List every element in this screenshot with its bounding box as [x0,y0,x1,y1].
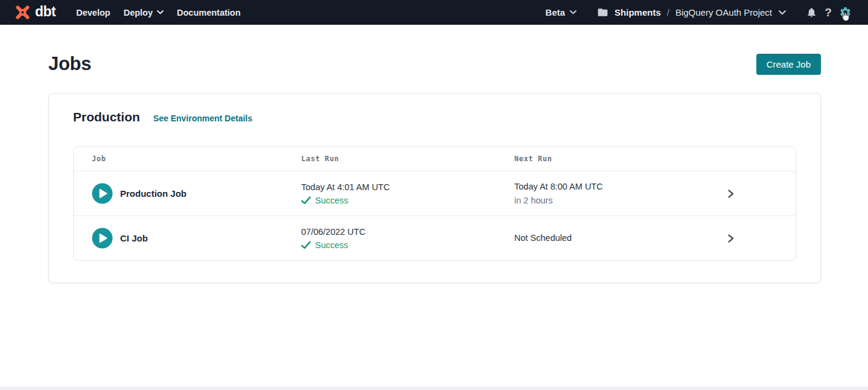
check-icon [301,196,311,205]
environment-card-header: Production See Environment Details [73,110,796,124]
breadcrumb-project[interactable]: Shipments [614,7,661,18]
status-text: Success [315,240,348,250]
next-run-time: Today At 8:00 AM UTC [514,181,683,192]
next-run-note: in 2 hours [514,195,683,206]
dbt-logo-text: dbt [35,5,56,21]
nav-link-documentation[interactable]: Documentation [177,8,241,18]
next-run-cell: Not Scheduled [514,232,683,243]
job-name: CI Job [120,233,148,243]
chevron-right-icon [726,234,735,243]
jobs-table-header: Job Last Run Next Run [74,147,796,171]
last-run-time: 07/06/2022 UTC [301,226,514,237]
nav-link-deploy-label: Deploy [124,8,153,18]
check-icon [301,241,311,249]
beta-label: Beta [546,7,566,18]
job-name: Production Job [120,188,187,199]
notifications-button[interactable] [803,7,820,18]
breadcrumb[interactable]: Shipments / BigQuery OAuth Project [597,7,786,18]
job-cell: CI Job [92,228,301,249]
next-run-cell: Today At 8:00 AM UTC in 2 hours [514,181,683,205]
page-header: Jobs Create Job [48,53,821,75]
see-environment-details-link[interactable]: See Environment Details [153,113,252,123]
settings-button[interactable] [837,6,854,19]
jobs-table: Job Last Run Next Run Production Job Tod… [73,146,796,261]
job-cell: Production Job [92,183,301,204]
chevron-down-icon [157,10,164,14]
chevron-down-icon [570,10,576,14]
dbt-logo[interactable]: dbt [14,4,56,21]
last-run-cell: Today At 4:01 AM UTC Success [301,182,514,205]
last-run-time: Today At 4:01 AM UTC [301,182,514,193]
create-job-button[interactable]: Create Job [756,54,821,75]
environment-name: Production [73,110,140,124]
nav-link-documentation-label: Documentation [177,8,241,18]
bell-icon [806,7,817,18]
play-icon[interactable] [92,228,113,249]
page-title: Jobs [48,53,91,75]
chevron-down-icon [779,10,786,15]
nav-link-deploy[interactable]: Deploy [124,8,164,18]
row-chevron[interactable] [726,234,735,243]
play-icon[interactable] [92,183,113,204]
column-header-next-run: Next Run [514,155,683,163]
dbt-logo-icon [14,4,31,21]
nav-link-develop[interactable]: Develop [76,8,110,18]
breadcrumb-separator: / [667,7,669,18]
help-button[interactable]: ? [820,6,837,19]
nav-link-develop-label: Develop [76,8,110,18]
table-row-production-job[interactable]: Production Job Today At 4:01 AM UTC Succ… [74,171,796,216]
top-navbar: dbt Develop Deploy Documentation Beta [0,0,868,25]
column-header-last-run: Last Run [301,155,514,163]
navbar-right: Beta Shipments / BigQuery OAuth Project … [546,6,854,19]
gear-icon [839,6,852,19]
last-run-status: Success [301,196,514,205]
chevron-right-icon [726,189,735,199]
breadcrumb-environment[interactable]: BigQuery OAuth Project [675,7,772,18]
nav-links: Develop Deploy Documentation [76,8,240,18]
help-icon: ? [825,6,832,19]
column-header-job: Job [92,155,301,163]
last-run-cell: 07/06/2022 UTC Success [301,226,514,250]
row-chevron[interactable] [726,189,735,199]
beta-dropdown[interactable]: Beta [546,7,577,18]
table-row-ci-job[interactable]: CI Job 07/06/2022 UTC Success Not Schedu… [74,216,796,260]
environment-card: Production See Environment Details Job L… [48,93,821,283]
status-text: Success [315,196,348,205]
bottom-edge-strip [0,386,868,390]
folder-icon [597,7,608,18]
next-run-time: Not Scheduled [514,232,683,243]
last-run-status: Success [301,240,514,250]
